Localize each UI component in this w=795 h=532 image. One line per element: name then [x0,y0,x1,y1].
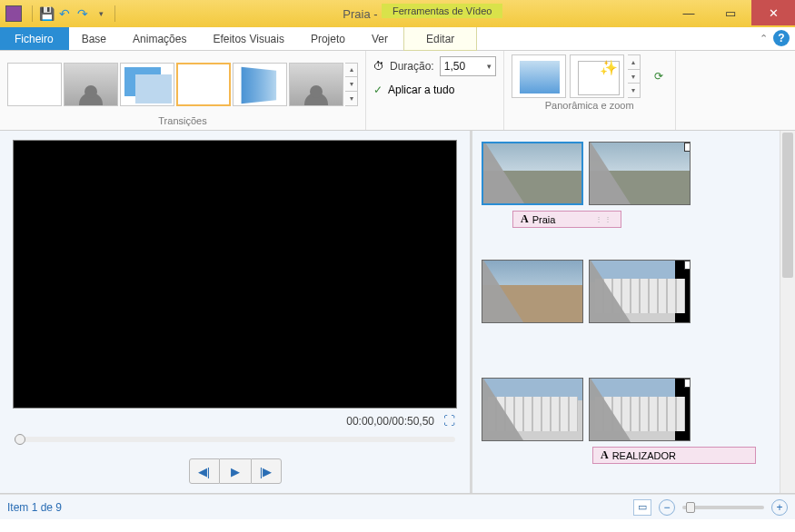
statusbar: Item 1 de 9 ▭ − + [0,494,795,519]
duration-input[interactable]: 1,50 ▾ [440,56,496,76]
seek-thumb[interactable] [15,434,25,445]
ribbon-group-transitions: ▴ ▾ ▾ Transições [0,51,366,130]
scrollbar-thumb[interactable] [782,133,793,278]
clip-edge-handle[interactable] [684,261,691,270]
seek-slider[interactable] [15,437,455,442]
view-mode-icon[interactable]: ▭ [633,499,651,516]
transition-pixelate[interactable] [176,63,231,106]
clip-edge-handle[interactable] [684,143,691,152]
titlebar: 💾 ↶ ↷ ▾ Praia - Movie Maker Ferramentas … [0,0,795,27]
zoom-out-button[interactable]: − [659,499,675,516]
ribbon-group-duration: ⏱ Duração: 1,50 ▾ ✓ Aplicar a tudo [366,51,504,130]
transition-reveal[interactable] [289,63,343,106]
gallery-scroll-up-icon[interactable]: ▴ [345,64,357,78]
tab-animations[interactable]: Animações [120,27,200,50]
vertical-scrollbar[interactable] [780,131,795,493]
title-icon: A [601,448,609,462]
title-text: Praia [532,214,556,225]
clip-2[interactable] [589,142,691,205]
gallery-scroll-down-icon[interactable]: ▾ [628,70,640,84]
prev-frame-button[interactable]: ◀| [189,458,220,484]
tab-visual-effects[interactable]: Efeitos Visuais [200,27,298,50]
transitions-group-label: Transições [7,113,358,128]
apply-all-button[interactable]: ✓ Aplicar a tudo [373,84,496,96]
credits-text: REALIZADOR [612,450,676,461]
preview-video[interactable] [13,140,457,409]
panzoom-none[interactable] [512,54,566,98]
gallery-scroll-up-icon[interactable]: ▴ [628,55,640,70]
video-tools-label: Ferramentas de Vídeo [382,4,502,18]
title-icon: A [521,212,529,226]
clip-edge-handle[interactable] [684,379,691,388]
clip-5[interactable] [482,378,583,441]
ribbon: ▴ ▾ ▾ Transições ⏱ Duração: 1,50 ▾ ✓ Apl… [0,51,795,131]
transition-indicator [590,260,631,322]
collapse-ribbon-icon[interactable]: ⌃ [760,33,768,44]
preview-pane: 00:00,00/00:50,50 ⛶ ◀| ▶ |▶ [0,131,472,493]
title-overlay-tag[interactable]: A Praia ⋮⋮ [512,211,621,228]
duration-value: 1,50 [444,60,465,73]
clip-blackbar [675,261,690,322]
tab-project[interactable]: Projeto [298,27,359,50]
storyboard-row [482,260,786,323]
close-button[interactable]: ✕ [751,0,795,25]
storyboard[interactable]: A Praia ⋮⋮ [472,131,795,493]
transition-none[interactable] [7,63,62,106]
transition-indicator [483,142,524,203]
tab-view[interactable]: Ver [359,27,402,50]
ribbon-tabs: Ficheiro Base Animações Efeitos Visuais … [0,27,795,51]
save-icon[interactable]: 💾 [39,6,54,21]
tab-file[interactable]: Ficheiro [0,27,69,50]
play-button[interactable]: ▶ [220,458,251,484]
transition-flip[interactable] [233,63,287,106]
transition-crossfade[interactable] [64,63,118,106]
zoom-thumb[interactable] [686,502,695,513]
clip-4[interactable] [589,260,691,323]
zoom-slider[interactable] [682,506,764,509]
transition-indicator [482,378,523,440]
stopwatch-icon: ⏱ [373,60,384,73]
qat-customize-dropdown[interactable]: ▾ [94,6,108,21]
app-icon[interactable] [5,5,22,22]
fullscreen-icon[interactable]: ⛶ [443,414,455,428]
storyboard-row: A Praia ⋮⋮ [482,142,786,205]
transition-indicator [482,260,523,322]
credits-overlay-tag[interactable]: A REALIZADOR [592,447,756,464]
storyboard-row: A REALIZADOR [482,378,786,441]
clip-blackbar [675,379,690,440]
tab-edit[interactable]: Editar [403,27,477,51]
quick-access-toolbar: 💾 ↶ ↷ ▾ [0,5,124,22]
clip-3[interactable] [482,260,583,323]
clip-1[interactable] [482,142,583,205]
help-icon[interactable]: ? [773,30,790,46]
drag-handle-icon[interactable]: ⋮⋮ [595,215,613,223]
gallery-expand-icon[interactable]: ▾ [628,84,640,97]
gallery-expand-icon[interactable]: ▾ [345,92,357,105]
status-item-count: Item 1 de 9 [7,501,633,514]
panzoom-auto[interactable] [570,54,624,98]
panzoom-group-label: Panorâmica e zoom [512,98,668,113]
transition-slide[interactable] [120,63,174,106]
panzoom-apply-icon[interactable]: ⟳ [650,67,668,85]
ribbon-group-panzoom: ▴ ▾ ▾ ⟳ Panorâmica e zoom [504,51,676,130]
clip-6[interactable] [589,378,691,441]
panzoom-gallery-more[interactable]: ▴ ▾ ▾ [628,54,641,98]
zoom-in-button[interactable]: + [771,499,788,516]
next-frame-button[interactable]: |▶ [251,458,282,484]
apply-all-label: Aplicar a tudo [388,84,454,96]
gallery-scroll-down-icon[interactable]: ▾ [345,77,357,92]
duration-dropdown-icon[interactable]: ▾ [487,62,492,71]
main-area: 00:00,00/00:50,50 ⛶ ◀| ▶ |▶ A Praia ⋮⋮ [0,131,795,494]
transitions-gallery-more[interactable]: ▴ ▾ ▾ [345,63,358,106]
document-name: Praia [343,7,370,21]
contextual-tab-header: Ferramentas de Vídeo [382,4,502,27]
redo-icon[interactable]: ↷ [75,6,90,21]
undo-icon[interactable]: ↶ [57,6,72,21]
minimize-button[interactable]: — [668,2,710,24]
maximize-button[interactable]: ▭ [710,2,751,24]
apply-all-icon: ✓ [373,84,383,96]
window-controls: — ▭ ✕ [668,2,795,25]
playback-controls: ◀| ▶ |▶ [13,458,457,484]
tab-home[interactable]: Base [69,27,120,50]
time-display: 00:00,00/00:50,50 [346,415,434,428]
